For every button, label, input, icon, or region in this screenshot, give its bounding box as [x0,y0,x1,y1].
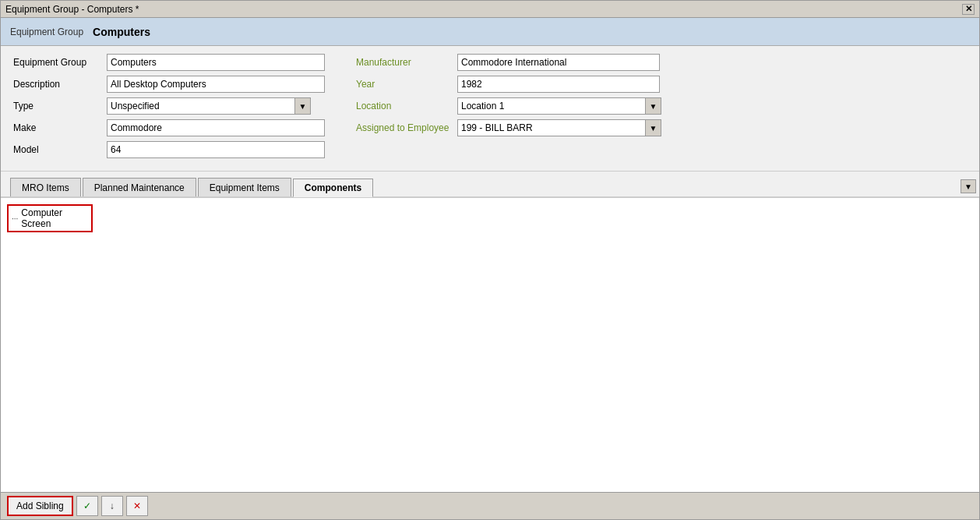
tab-planned-maintenance[interactable]: Planned Maintenance [83,178,196,196]
save-icon: ✓ [83,501,91,511]
title-bar: Equipment Group - Computers * ✕ [1,1,979,18]
close-button[interactable]: ✕ [962,4,975,15]
tab-components[interactable]: Components [293,179,373,197]
form-area: Equipment Group Description Type Unspeci… [1,46,979,172]
cancel-button[interactable]: ✕ [126,496,148,516]
label-model: Model [13,144,107,155]
form-columns: Equipment Group Description Type Unspeci… [13,54,967,163]
input-model[interactable] [107,141,325,158]
input-manufacturer[interactable] [457,54,660,71]
content-area: ··· Computer Screen [1,198,979,492]
input-year[interactable] [457,76,660,93]
down-button[interactable]: ↓ [101,496,123,516]
header-bar: Equipment Group Computers [1,18,979,46]
employee-dropdown-btn[interactable]: ▼ [646,119,661,136]
type-dropdown-btn[interactable]: ▼ [295,97,311,115]
employee-select-wrapper: 199 - BILL BARR ▼ [457,119,661,136]
location-select-wrapper: Location 1 ▼ [457,97,661,115]
label-location: Location [356,101,457,111]
select-location[interactable]: Location 1 [457,97,646,115]
type-select-wrapper: Unspecified ▼ [107,97,311,115]
tab-equipment-items[interactable]: Equipment Items [198,178,291,196]
label-assigned-employee: Assigned to Employee [356,122,457,133]
label-type: Type [13,101,107,111]
tabs-area: MRO Items Planned Maintenance Equipment … [1,172,979,198]
select-type[interactable]: Unspecified [107,97,295,115]
form-row-location: Location Location 1 ▼ [356,97,967,115]
save-button[interactable]: ✓ [76,496,98,516]
input-equipment-group[interactable] [107,54,325,71]
label-manufacturer: Manufacturer [356,57,457,68]
input-make[interactable] [107,119,325,136]
tree-item-computer-screen[interactable]: ··· Computer Screen [7,204,93,232]
select-employee[interactable]: 199 - BILL BARR [457,119,646,136]
form-row-year: Year [356,76,967,93]
form-col-left: Equipment Group Description Type Unspeci… [13,54,340,163]
label-description: Description [13,79,107,90]
label-make: Make [13,122,107,133]
bottom-toolbar: Add Sibling ✓ ↓ ✕ [1,492,979,519]
form-row-description: Description [13,76,340,93]
form-row-equipment-group: Equipment Group [13,54,340,71]
tree-item-label: Computer Screen [21,207,88,229]
down-icon: ↓ [110,501,115,511]
label-equipment-group: Equipment Group [13,57,107,68]
label-year: Year [356,79,457,90]
tabs-dropdown-btn[interactable]: ▼ [961,179,976,193]
input-description[interactable] [107,76,325,93]
form-col-right: Manufacturer Year Location Location 1 ▼ [340,54,967,163]
form-row-make: Make [13,119,340,136]
main-window: Equipment Group - Computers * ✕ Equipmen… [0,0,980,520]
form-row-type: Type Unspecified ▼ [13,97,340,115]
tab-mro-items[interactable]: MRO Items [10,178,81,196]
add-sibling-button[interactable]: Add Sibling [7,496,73,516]
tree-item-icon: ··· [12,214,18,223]
form-row-assigned-employee: Assigned to Employee 199 - BILL BARR ▼ [356,119,967,136]
header-title: Computers [93,26,150,38]
cancel-icon: ✕ [133,501,141,511]
location-dropdown-btn[interactable]: ▼ [646,97,661,115]
form-row-manufacturer: Manufacturer [356,54,967,71]
header-label: Equipment Group [10,27,83,37]
form-row-model: Model [13,141,340,158]
window-title: Equipment Group - Computers * [5,4,139,15]
